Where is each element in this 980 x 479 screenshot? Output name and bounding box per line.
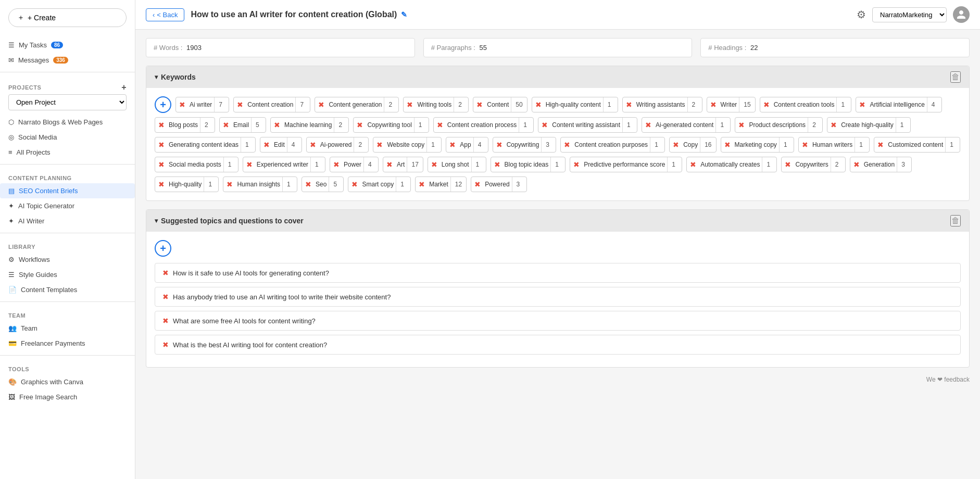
topic-remove-button[interactable]: ✖ xyxy=(162,341,169,349)
keyword-remove-button[interactable]: ✖ xyxy=(670,141,681,149)
keyword-remove-button[interactable]: ✖ xyxy=(827,121,839,129)
keyword-count: 7 xyxy=(295,97,310,112)
keyword-text: Machine learning xyxy=(282,121,334,129)
keyword-remove-button[interactable]: ✖ xyxy=(330,160,342,169)
workspace-selector[interactable]: NarratoMarketing xyxy=(872,7,947,22)
sidebar-item-social[interactable]: Social Media xyxy=(0,130,135,145)
keyword-remove-button[interactable]: ✖ xyxy=(707,100,719,109)
sidebar-item-templates[interactable]: Content Templates xyxy=(0,282,135,297)
keywords-delete-button[interactable]: 🗑 xyxy=(950,71,961,83)
keyword-remove-button[interactable]: ✖ xyxy=(850,160,862,169)
keyword-remove-button[interactable]: ✖ xyxy=(493,141,505,149)
add-keyword-button[interactable]: + xyxy=(155,96,171,113)
sidebar-item-workflows[interactable]: Workflows xyxy=(0,252,135,267)
keyword-remove-button[interactable]: ✖ xyxy=(538,121,550,129)
keyword-remove-button[interactable]: ✖ xyxy=(799,141,810,149)
keyword-remove-button[interactable]: ✖ xyxy=(561,141,572,149)
keyword-remove-button[interactable]: ✖ xyxy=(404,100,415,109)
topic-remove-button[interactable]: ✖ xyxy=(162,269,169,277)
keyword-remove-button[interactable]: ✖ xyxy=(428,160,439,169)
keyword-count: 1 xyxy=(896,118,910,132)
keyword-remove-button[interactable]: ✖ xyxy=(446,141,458,149)
suggested-delete-button[interactable]: 🗑 xyxy=(950,215,961,226)
keyword-remove-button[interactable]: ✖ xyxy=(223,180,235,188)
keyword-chip: ✖Content writing assistant1 xyxy=(538,117,637,133)
keyword-remove-button[interactable]: ✖ xyxy=(735,121,747,129)
keyword-remove-button[interactable]: ✖ xyxy=(260,141,272,149)
keyword-text: Ai-powered xyxy=(318,141,354,148)
keyword-remove-button[interactable]: ✖ xyxy=(721,141,733,149)
keyword-remove-button[interactable]: ✖ xyxy=(491,160,502,169)
keyword-remove-button[interactable]: ✖ xyxy=(760,100,772,109)
edit-icon[interactable]: ✎ xyxy=(401,10,407,19)
keyword-remove-button[interactable]: ✖ xyxy=(176,100,187,109)
keyword-remove-button[interactable]: ✖ xyxy=(782,160,793,169)
keyword-remove-button[interactable]: ✖ xyxy=(874,141,886,149)
style-guides-label: Style Guides xyxy=(19,271,57,279)
sidebar-item-ai-writer[interactable]: AI Writer xyxy=(0,213,135,229)
keyword-text: Generation xyxy=(862,161,897,168)
sidebar-item-tasks[interactable]: My Tasks 86 xyxy=(0,37,135,53)
sidebar-item-graphics[interactable]: Graphics with Canva xyxy=(0,374,135,389)
keyword-remove-button[interactable]: ✖ xyxy=(315,100,326,109)
back-button[interactable]: ‹ < Back xyxy=(146,8,184,21)
team-icon xyxy=(8,324,17,332)
keyword-remove-button[interactable]: ✖ xyxy=(155,160,167,169)
sidebar-item-messages[interactable]: Messages 336 xyxy=(0,53,135,68)
settings-icon[interactable]: ⚙ xyxy=(857,8,866,21)
add-topic-button[interactable]: + xyxy=(155,240,171,257)
keyword-remove-button[interactable]: ✖ xyxy=(348,180,360,188)
keyword-remove-button[interactable]: ✖ xyxy=(234,100,245,109)
keyword-remove-button[interactable]: ✖ xyxy=(243,160,255,169)
keyword-count: 1 xyxy=(204,177,218,192)
topic-remove-button[interactable]: ✖ xyxy=(162,293,169,301)
plus-icon: ＋ xyxy=(17,13,24,22)
sidebar-item-allprojects[interactable]: All Projects xyxy=(0,145,135,160)
create-button[interactable]: ＋ + Create xyxy=(8,8,127,27)
keyword-remove-button[interactable]: ✖ xyxy=(434,121,445,129)
keyword-remove-button[interactable]: ✖ xyxy=(642,121,654,129)
keyword-remove-button[interactable]: ✖ xyxy=(155,180,167,188)
keyword-chip: ✖Content50 xyxy=(473,97,527,112)
keyword-remove-button[interactable]: ✖ xyxy=(354,121,365,129)
keyword-remove-button[interactable]: ✖ xyxy=(623,100,634,109)
sidebar-item-seo[interactable]: SEO Content Briefs xyxy=(0,183,135,198)
keyword-remove-button[interactable]: ✖ xyxy=(471,180,483,188)
keyword-remove-button[interactable]: ✖ xyxy=(220,121,231,129)
keyword-remove-button[interactable]: ✖ xyxy=(271,121,282,129)
keyword-remove-button[interactable]: ✖ xyxy=(687,160,698,169)
social-label: Social Media xyxy=(18,133,57,141)
paragraphs-stat: # Paragraphs : 55 xyxy=(423,38,693,57)
keyword-remove-button[interactable]: ✖ xyxy=(416,180,427,188)
keyword-count: 4 xyxy=(287,137,301,152)
templates-icon xyxy=(8,286,17,294)
sidebar-item-style-guides[interactable]: Style Guides xyxy=(0,267,135,282)
sidebar-item-image[interactable]: Free Image Search xyxy=(0,389,135,405)
keyword-remove-button[interactable]: ✖ xyxy=(155,121,167,129)
keyword-remove-button[interactable]: ✖ xyxy=(302,180,313,188)
keyword-remove-button[interactable]: ✖ xyxy=(373,141,385,149)
open-project-select[interactable]: Open Project xyxy=(8,94,127,110)
sidebar: ＋ + Create My Tasks 86 Messages 336 PROJ… xyxy=(0,0,135,479)
sidebar-item-narrato[interactable]: Narrato Blogs & Web Pages xyxy=(0,115,135,130)
sidebar-item-team[interactable]: Team xyxy=(0,321,135,336)
projects-add-icon[interactable]: + xyxy=(121,83,127,92)
keyword-text: High-quality content xyxy=(544,101,603,108)
keyword-remove-button[interactable]: ✖ xyxy=(307,141,318,149)
sidebar-item-freelancer[interactable]: Freelancer Payments xyxy=(0,336,135,351)
avatar[interactable] xyxy=(953,6,970,23)
suggested-panel-header[interactable]: ▾ Suggested topics and questions to cove… xyxy=(146,210,969,232)
keyword-remove-button[interactable]: ✖ xyxy=(532,100,544,109)
sidebar-item-ai-topic[interactable]: AI Topic Generator xyxy=(0,198,135,213)
words-label: # Words : xyxy=(154,44,182,52)
keywords-panel-header[interactable]: ▾ Keywords 🗑 xyxy=(146,66,969,88)
keyword-remove-button[interactable]: ✖ xyxy=(383,160,395,169)
keyword-text: Content creation process xyxy=(445,121,519,129)
keyword-remove-button[interactable]: ✖ xyxy=(155,141,167,149)
topic-remove-button[interactable]: ✖ xyxy=(162,317,169,325)
keyword-remove-button[interactable]: ✖ xyxy=(570,160,582,169)
topic-item: ✖How is it safe to use AI tools for gene… xyxy=(155,263,961,283)
keyword-remove-button[interactable]: ✖ xyxy=(473,100,485,109)
keyword-text: Human writers xyxy=(810,141,855,148)
keyword-remove-button[interactable]: ✖ xyxy=(856,100,868,109)
